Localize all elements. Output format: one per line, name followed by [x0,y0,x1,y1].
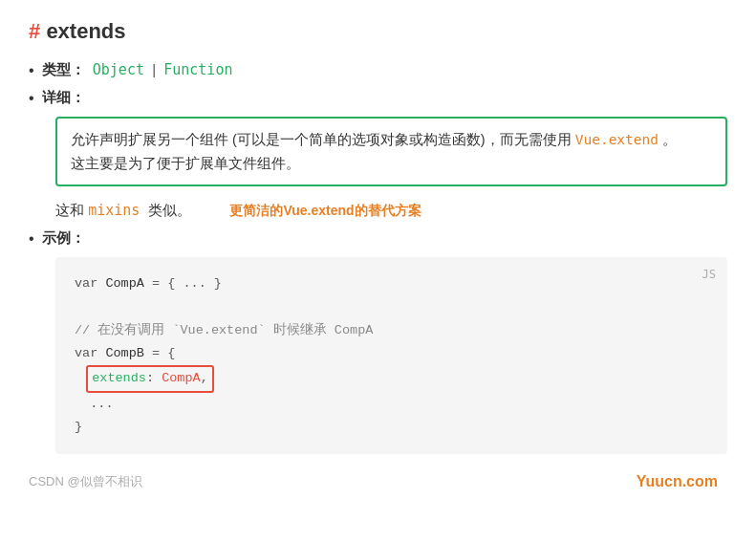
code-line-7: } [75,416,708,439]
type-label: 类型： [42,61,85,77]
mixins-row: 这和 mixins 类似。 更简洁的Vue.extend的替代方案 [55,202,727,220]
detail-box: 允许声明扩展另一个组件 (可以是一个简单的选项对象或构造函数)，而无需使用 Vu… [55,117,727,186]
detail-line1-suffix: 。 [662,132,677,147]
footer-csdn: CSDN @似曾不相识 [29,473,142,490]
example-section: • 示例： JS var CompA = { ... } // 在没有调用 `V… [29,229,727,454]
mixins-before: 这和 [55,202,84,218]
code-block: JS var CompA = { ... } // 在没有调用 `Vue.ext… [55,257,727,454]
detail-code1: Vue.extend [575,132,659,147]
tip-text: 更简洁的Vue.extend的替代方案 [229,203,421,220]
detail-section: • 详细： 允许声明扩展另一个组件 (可以是一个简单的选项对象或构造函数)，而无… [29,89,727,186]
detail-label: 详细： [42,89,85,107]
hash-symbol: # [29,19,40,43]
detail-line1: 允许声明扩展另一个组件 (可以是一个简单的选项对象或构造函数)，而无需使用 [71,132,572,147]
type-content: 类型： Object | Function [42,61,233,79]
bullet-detail: • [29,90,34,107]
footer-yuucn: Yuucn.com [637,473,718,490]
footer: CSDN @似曾不相识 Yuucn.com [29,473,727,490]
code-line-3: // 在没有调用 `Vue.extend` 时候继承 CompA [75,319,708,342]
mixins-text: 这和 mixins 类似。 [55,202,191,220]
mixins-code: mixins [88,202,148,219]
title-name: extends [46,19,125,43]
detail-line2: 这主要是为了便于扩展单文件组件。 [71,156,300,171]
mixins-after: 类似。 [148,202,191,218]
code-line-2 [75,296,708,319]
js-label: JS [702,265,716,286]
code-line-4: var CompB = { [75,342,708,365]
page-title: # extends [29,19,727,44]
bullet-example: • [29,230,34,248]
detail-bullet-row: • 详细： [29,89,727,107]
example-bullet-row: • 示例： [29,229,727,248]
code-line-6: ... [75,393,708,416]
detail-box-wrapper: 允许声明扩展另一个组件 (可以是一个简单的选项对象或构造函数)，而无需使用 Vu… [55,117,727,186]
example-label: 示例： [42,229,85,248]
type-separator: | [152,61,156,77]
bullet-type: • [29,62,34,79]
type-function: Function [163,61,232,78]
code-line-5: extends: CompA, [75,365,708,392]
type-object: Object [93,61,144,78]
code-line-1: var CompA = { ... } [75,272,708,295]
type-section: • 类型： Object | Function [29,61,727,79]
